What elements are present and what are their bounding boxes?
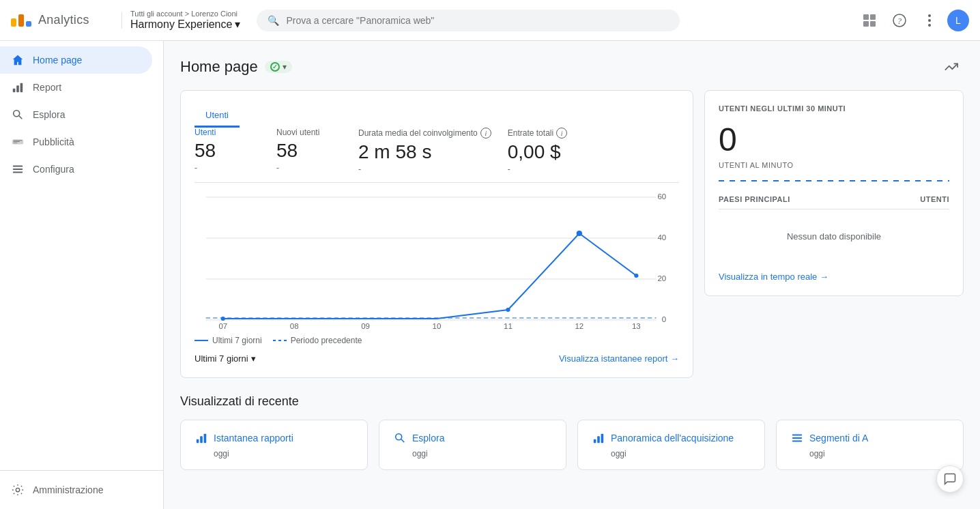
more-options-button[interactable]: [917, 8, 942, 33]
legend-line-solid: [194, 340, 208, 341]
svg-text:11: 11: [504, 322, 513, 330]
home-icon: [11, 53, 25, 67]
svg-point-7: [928, 19, 931, 22]
recent-card-explore[interactable]: Esplora oggi: [379, 420, 566, 470]
view-realtime-link[interactable]: Visualizza in tempo reale →: [719, 272, 949, 282]
stat-entrate-value: 0,00 $: [508, 141, 573, 163]
legend-current-label: Ultimi 7 giorni: [212, 336, 262, 345]
avatar[interactable]: L: [947, 10, 969, 31]
view-report-link[interactable]: Visualizza istantanee report →: [559, 353, 679, 364]
account-name-selector[interactable]: Harmony Experience ▾: [130, 18, 240, 31]
sidebar-item-configure[interactable]: Configura: [0, 156, 152, 183]
period-selector[interactable]: Ultimi 7 giorni ▾: [194, 353, 256, 364]
header-actions: ? L: [857, 8, 969, 33]
acquisition-icon: [592, 431, 605, 445]
configure-icon: [11, 162, 25, 176]
stat-nuovi-utenti-value: 58: [276, 140, 342, 162]
svg-text:13: 13: [632, 322, 641, 330]
svg-text:12: 12: [575, 322, 583, 330]
recent-card-segments[interactable]: Segmenti di A oggi: [776, 420, 964, 470]
realtime-table-header: PAESI PRINCIPALI UTENTI: [719, 195, 949, 209]
recent-card-reports-title: Istantanea rapporti: [194, 431, 354, 445]
sidebar-item-report[interactable]: Report: [0, 74, 152, 101]
main-stats-card: Utenti Utenti 58 - Nuovi utenti 58 - Dur…: [180, 90, 693, 378]
info-icon-entrate[interactable]: i: [556, 128, 567, 139]
realtime-number: 0: [719, 121, 949, 158]
tab-bar: Utenti: [194, 104, 679, 128]
stat-nuovi-utenti-label: Nuovi utenti: [276, 128, 342, 137]
page-title-row: Home page ▾: [180, 58, 292, 76]
svg-text:08: 08: [290, 322, 299, 330]
stat-entrate: Entrate totali i 0,00 $ -: [508, 128, 590, 174]
app-name: Analytics: [38, 13, 89, 27]
stat-nuovi-utenti: Nuovi utenti 58 -: [276, 128, 358, 174]
recent-card-acquisition[interactable]: Panoramica dell'acquisizione oggi: [577, 420, 765, 470]
svg-text:20: 20: [657, 274, 666, 282]
svg-rect-9: [13, 89, 16, 92]
sidebar-item-admin[interactable]: Amministrazione: [0, 476, 152, 504]
search-area: 🔍: [257, 10, 680, 31]
recent-row: Istantanea rapporti oggi Esplora oggi: [180, 420, 964, 470]
stat-utenti-sub: -: [194, 163, 260, 173]
stat-durata-sub: -: [358, 164, 491, 174]
chat-button[interactable]: [936, 465, 964, 493]
recent-card-segments-sub: oggi: [809, 449, 949, 459]
logo-area: Analytics: [11, 13, 113, 27]
svg-point-6: [928, 14, 931, 17]
recent-section-title: Visualizzati di recente: [180, 394, 964, 409]
tab-utenti[interactable]: Utenti: [194, 104, 240, 128]
table-col2-label: UTENTI: [920, 195, 949, 203]
chart-svg: 60 40 20 0 07 giu 08 09 10 11 12: [194, 194, 679, 330]
realtime-chart: [719, 180, 949, 181]
status-dot-icon: [270, 62, 280, 72]
recent-section: Visualizzati di recente Istantanea rappo…: [180, 394, 964, 470]
sidebar-item-explore-label: Esplora: [33, 109, 65, 120]
svg-line-44: [401, 439, 405, 443]
svg-text:giu: giu: [218, 329, 228, 330]
recent-card-acquisition-sub: oggi: [611, 449, 751, 459]
legend-current: Ultimi 7 giorni: [194, 336, 262, 345]
search-box[interactable]: 🔍: [257, 10, 680, 31]
chevron-down-icon: ▾: [251, 353, 256, 364]
help-button[interactable]: ?: [887, 8, 912, 33]
sidebar-item-advertising[interactable]: Pubblicità: [0, 128, 152, 156]
svg-point-37: [506, 308, 510, 312]
stats-row: Utenti 58 - Nuovi utenti 58 - Durata med…: [194, 128, 679, 183]
svg-rect-42: [204, 434, 207, 443]
legend-line-dashed: [273, 340, 287, 341]
header-divider: [121, 12, 122, 29]
svg-rect-50: [792, 441, 802, 442]
sidebar-footer: Amministrazione: [0, 470, 163, 504]
svg-rect-11: [20, 83, 23, 93]
recent-card-explore-sub: oggi: [412, 449, 552, 459]
page-header: Home page ▾: [180, 55, 964, 79]
sidebar-item-advertising-label: Pubblicità: [33, 136, 74, 147]
svg-text:10: 10: [433, 322, 442, 330]
svg-point-38: [577, 231, 582, 236]
recent-card-reports[interactable]: Istantanea rapporti oggi: [180, 420, 368, 470]
svg-point-8: [928, 24, 931, 27]
svg-text:?: ?: [897, 16, 902, 26]
recent-card-explore-title: Esplora: [393, 431, 552, 445]
svg-rect-40: [197, 439, 199, 443]
sidebar-item-home[interactable]: Home page: [0, 46, 152, 74]
chart-container: 60 40 20 0 07 giu 08 09 10 11 12: [194, 194, 679, 330]
svg-rect-10: [16, 85, 19, 92]
svg-line-13: [19, 116, 23, 119]
apps-grid-button[interactable]: [857, 8, 882, 33]
recent-card-segments-title: Segmenti di A: [790, 431, 949, 445]
svg-text:60: 60: [657, 194, 666, 201]
svg-rect-41: [200, 436, 203, 443]
sidebar-item-explore[interactable]: Esplora: [0, 101, 152, 128]
sidebar: Home page Report Esplora Pubblicità Conf…: [0, 41, 164, 509]
search-icon: 🔍: [268, 15, 279, 26]
search-input[interactable]: [286, 15, 669, 26]
stat-entrate-label: Entrate totali i: [508, 128, 573, 139]
report-icon: [11, 81, 25, 94]
trend-button[interactable]: [939, 55, 964, 79]
status-badge[interactable]: ▾: [265, 61, 292, 73]
info-icon-durata[interactable]: i: [480, 128, 491, 139]
svg-rect-48: [792, 435, 802, 436]
analytics-logo-icon: [11, 14, 31, 27]
sidebar-item-configure-label: Configura: [33, 164, 74, 175]
